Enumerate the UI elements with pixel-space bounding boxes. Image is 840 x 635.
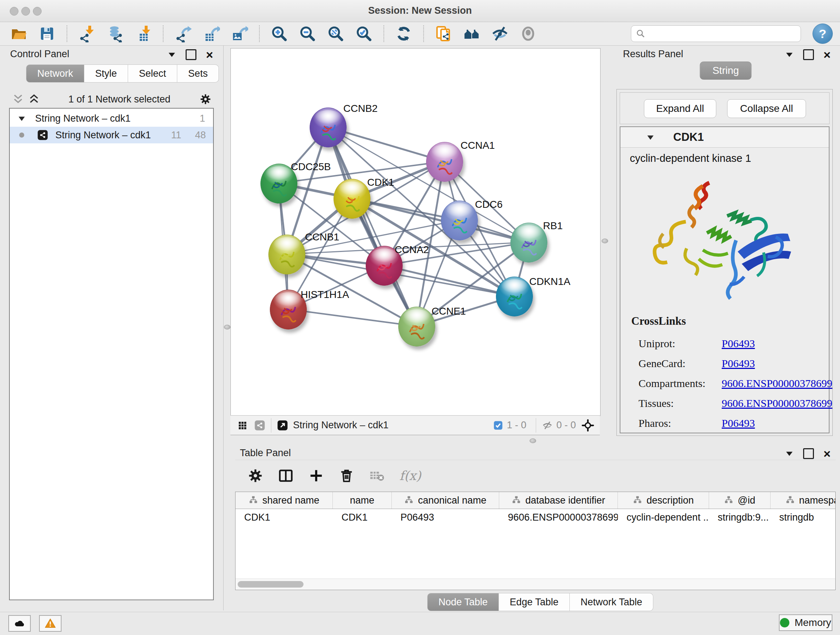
cell-shared-name[interactable]: CDK1 [235,512,333,523]
close-panel-icon[interactable]: × [823,50,831,59]
help-button[interactable]: ? [813,24,833,44]
expand-all-icon[interactable] [28,94,39,105]
cell-namespace[interactable]: stringdb [771,512,836,523]
toggle-panes-icon[interactable] [278,468,294,484]
float-panel-icon[interactable] [803,49,814,60]
network-list: String Network – cdk1 1 String Network –… [9,108,214,600]
network-row-selected[interactable]: String Network – cdk1 11 48 [10,127,213,143]
splitter-handle[interactable] [224,325,231,329]
show-all-button[interactable] [516,24,540,44]
collection-expander-icon[interactable] [18,116,26,121]
zoom-in-button[interactable] [268,24,291,44]
save-session-button[interactable] [35,24,58,44]
column-header-name[interactable]: name [333,492,392,509]
network-node-CDK1[interactable] [333,179,370,219]
import-network-database-button[interactable] [103,24,126,44]
export-network-button[interactable] [172,24,195,44]
crosslink-row: Tissues:9606.ENSP00000378699 [631,393,832,413]
network-node-CDKN1A[interactable] [496,277,533,317]
import-table-file-button[interactable] [132,24,155,44]
clone-network-button[interactable] [432,24,455,44]
table-horizontal-scrollbar[interactable] [235,578,835,590]
table-row[interactable]: CDK1CDK1P064939606.ENSP00000378699cyclin… [235,509,835,526]
column-header-namespace[interactable]: namespace [771,492,836,509]
float-panel-icon[interactable] [803,448,814,459]
cloud-button[interactable] [8,615,31,632]
memory-button[interactable]: Memory [779,614,832,631]
tab-string[interactable]: String [699,62,752,80]
birdseye-view-icon[interactable] [237,420,248,431]
network-node-CCNA1[interactable] [426,142,463,182]
tab-node-table[interactable]: Node Table [427,593,499,611]
hidden-items-eye-icon[interactable] [542,420,553,431]
crosslink-compartments-link[interactable]: 9606.ENSP00000378699 [722,377,832,390]
close-panel-icon[interactable]: × [206,50,213,59]
zoom-out-button[interactable] [296,24,319,44]
crosslink-uniprot-link[interactable]: P06493 [722,337,755,350]
tab-edge-table[interactable]: Edge Table [499,593,570,611]
network-node-CCNB2[interactable] [309,108,347,147]
splitter-handle[interactable] [530,439,536,443]
network-options-gear-icon[interactable] [199,93,212,105]
import-network-file-button[interactable] [75,24,98,44]
close-panel-icon[interactable]: × [823,449,831,458]
fit-selected-crosshair-icon[interactable] [582,419,594,432]
column-label: database identifier [525,495,605,506]
open-session-button[interactable] [7,24,30,44]
crosslink-pharos-link[interactable]: P06493 [722,417,755,429]
tab-select[interactable]: Select [128,65,177,82]
table-gear-icon[interactable] [248,468,264,484]
external-link-icon[interactable] [277,420,288,431]
network-collection-row[interactable]: String Network – cdk1 1 [10,110,213,127]
crosslink-tissues-link[interactable]: 9606.ENSP00000378699 [722,397,832,409]
crosslink-genecard-link[interactable]: P06493 [722,357,755,370]
network-node-CCNB1[interactable] [268,234,305,274]
tab-sets[interactable]: Sets [177,65,219,82]
panel-menu-icon[interactable] [785,52,794,57]
export-table-button[interactable] [200,24,223,44]
scrollbar-thumb[interactable] [238,581,303,587]
network-node-RB1[interactable] [510,223,547,263]
zoom-fit-button[interactable] [324,24,347,44]
search-input[interactable] [649,28,796,40]
column-header-description[interactable]: description [618,492,709,509]
cell-database-identifier[interactable]: 9606.ENSP00000378699 [499,512,618,523]
splitter-handle[interactable] [602,239,608,243]
column-header-canonical-name[interactable]: canonical name [392,492,499,509]
tree-icon [404,496,414,505]
toolbar-separator [259,25,260,42]
network-node-CCNE1[interactable] [398,307,435,347]
gene-expander-icon[interactable] [646,135,654,140]
column-header-database-identifier[interactable]: database identifier [499,492,618,509]
delete-table-icon[interactable] [339,468,355,484]
network-node-CDC6[interactable] [441,201,478,241]
cell-canonical-name[interactable]: P06493 [392,512,499,523]
selected-nodes-checkbox-icon[interactable] [493,420,503,431]
column-label: name [350,495,374,506]
expand-all-button[interactable]: Expand All [644,99,716,118]
panel-menu-icon[interactable] [167,52,176,57]
network-canvas[interactable]: CCNB2 CCNA1 CDC25B CDK1 CDC6 RB1 CCNB1 C… [231,48,600,416]
tab-network[interactable]: Network [26,65,84,82]
collapse-all-icon[interactable] [13,94,24,105]
panel-menu-icon[interactable] [785,451,794,456]
column-header-id[interactable]: @id [709,492,771,509]
string-network-icon[interactable] [254,420,265,431]
first-neighbors-button[interactable] [460,24,483,44]
tab-style[interactable]: Style [84,65,128,82]
zoom-selected-button[interactable] [352,24,376,44]
add-column-icon[interactable] [308,468,324,484]
column-header-shared-name[interactable]: shared name [235,492,333,509]
hide-selected-button[interactable] [488,24,512,44]
gene-header-row[interactable]: CDK1 [621,127,829,148]
float-panel-icon[interactable] [186,49,196,60]
cell-id[interactable]: stringdb:9... [709,512,771,523]
cell-name[interactable]: CDK1 [333,512,392,523]
cell-description[interactable]: cyclin-dependent ... [618,512,709,523]
refresh-view-button[interactable] [392,24,415,44]
collapse-all-button[interactable]: Collapse All [727,99,806,118]
crosslink-row: Pharos:P06493 [631,413,832,433]
export-image-button[interactable] [228,24,251,44]
tab-network-table[interactable]: Network Table [570,593,654,611]
warnings-button[interactable] [39,615,62,632]
